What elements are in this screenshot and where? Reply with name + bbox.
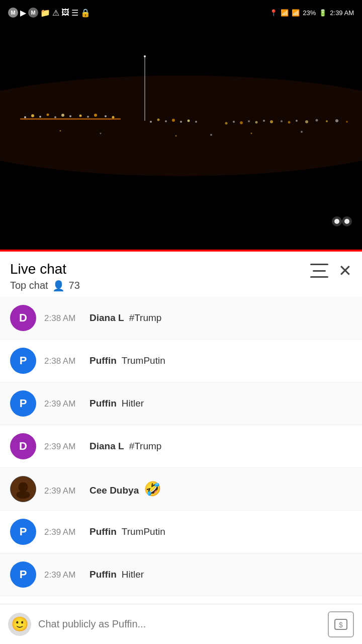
svg-point-7 xyxy=(54,116,56,118)
svg-point-17 xyxy=(150,121,152,123)
avatar: P xyxy=(10,561,36,588)
message-content: 2:39 AM Puffin TrumPutin xyxy=(44,526,352,537)
video-background xyxy=(0,25,362,252)
svg-point-44 xyxy=(301,131,303,133)
city-lights-svg xyxy=(0,25,362,252)
svg-point-11 xyxy=(87,116,89,118)
chat-input-bar: 🙂 $ xyxy=(0,604,362,644)
chat-message: D 2:38 AM Diana L #Trump xyxy=(0,297,362,340)
send-button[interactable]: $ xyxy=(328,611,354,637)
svg-point-50 xyxy=(18,482,28,492)
message-author: Cee Dubya xyxy=(89,485,139,496)
message-time: 2:38 AM xyxy=(44,313,84,324)
message-content: 2:38 AM Puffin TrumPutin xyxy=(44,355,352,366)
chat-text-input[interactable] xyxy=(38,612,321,636)
message-text: Hitler xyxy=(122,398,144,409)
icon-youtube: ▶ xyxy=(20,8,26,18)
svg-point-5 xyxy=(39,116,41,118)
svg-point-39 xyxy=(60,130,61,132)
svg-point-12 xyxy=(94,114,97,117)
svg-point-18 xyxy=(157,119,160,121)
avatar: P xyxy=(10,519,36,545)
viewer-icon: 👤 xyxy=(52,280,65,292)
status-indicators-right: 📍 📶 📶 23% 🔋 2:39 AM xyxy=(269,9,354,17)
signal-icon: 📶 xyxy=(292,9,300,17)
battery-percent: 23% xyxy=(303,9,316,17)
message-author: Puffin xyxy=(89,355,117,366)
svg-text:$: $ xyxy=(339,621,343,629)
svg-point-29 xyxy=(263,120,265,122)
eq-line-3 xyxy=(310,276,328,278)
message-content: 2:38 AM Diana L #Trump xyxy=(44,312,352,324)
status-icons-left: M ▶ M 📁 ⚠ 🖼 ☰ 🔒 xyxy=(8,8,90,18)
message-time: 2:39 AM xyxy=(44,527,84,537)
message-text: TrumPutin xyxy=(122,526,165,537)
message-author: Puffin xyxy=(89,569,117,580)
status-bar: M ▶ M 📁 ⚠ 🖼 ☰ 🔒 📍 📶 📶 23% 🔋 2:39 AM xyxy=(0,0,362,25)
message-emoji: 🤣 xyxy=(144,480,161,497)
message-time: 2:39 AM xyxy=(44,399,84,409)
message-time: 2:39 AM xyxy=(44,442,84,452)
icon-menu: ☰ xyxy=(71,8,78,18)
superchat-icon: $ xyxy=(334,617,348,631)
svg-point-40 xyxy=(100,133,102,134)
message-text: TrumPutin xyxy=(122,355,165,366)
message-time: 2:39 AM xyxy=(44,486,84,496)
message-author: Diana L xyxy=(89,312,124,324)
svg-point-33 xyxy=(296,120,298,122)
svg-point-23 xyxy=(195,121,197,123)
chat-message: P 2:38 AM Puffin TrumPutin xyxy=(0,340,362,382)
svg-point-38 xyxy=(346,121,348,123)
message-text: Hitler xyxy=(122,569,144,580)
svg-point-10 xyxy=(79,115,82,117)
message-author: Puffin xyxy=(89,526,117,537)
live-chat-panel: Live chat Top chat 👤 73 ✕ D 2:38 AM Dian… xyxy=(0,252,362,639)
svg-point-48 xyxy=(342,216,352,226)
svg-point-37 xyxy=(335,119,338,122)
message-content: 2:39 AM Cee Dubya 🤣 xyxy=(44,480,352,497)
chat-header: Live chat Top chat 👤 73 ✕ xyxy=(0,252,362,297)
avatar: P xyxy=(10,348,36,374)
svg-point-43 xyxy=(251,133,252,134)
avatar xyxy=(10,476,36,502)
svg-point-42 xyxy=(210,134,212,136)
battery-icon: 🔋 xyxy=(319,9,327,17)
message-text: #Trump xyxy=(129,312,162,324)
svg-point-1 xyxy=(0,75,362,176)
icon-m2: M xyxy=(28,8,38,18)
svg-point-36 xyxy=(326,120,328,122)
svg-point-19 xyxy=(165,120,167,122)
icon-lock: 🔒 xyxy=(80,8,90,18)
avatar: D xyxy=(10,305,36,331)
icon-folder: 📁 xyxy=(40,8,50,18)
filter-icon[interactable] xyxy=(310,264,328,278)
wifi-icon: 📶 xyxy=(281,9,289,17)
live-chat-title: Live chat xyxy=(10,261,80,278)
message-content: 2:39 AM Puffin Hitler xyxy=(44,569,352,580)
top-chat-label[interactable]: Top chat xyxy=(10,280,48,291)
eq-line-1 xyxy=(310,264,328,265)
svg-point-30 xyxy=(270,120,273,123)
avatar: D xyxy=(10,433,36,459)
video-player[interactable] xyxy=(0,25,362,252)
location-icon: 📍 xyxy=(269,9,278,17)
chat-message: P 2:39 AM Puffin TrumPutin xyxy=(0,511,362,553)
avatar: P xyxy=(10,390,36,417)
svg-point-31 xyxy=(281,120,283,122)
svg-point-9 xyxy=(69,115,71,117)
chat-messages-list: D 2:38 AM Diana L #Trump P 2:38 AM Puffi… xyxy=(0,297,362,639)
svg-point-27 xyxy=(248,120,250,122)
close-button[interactable]: ✕ xyxy=(338,263,352,279)
chat-header-subtitle: Top chat 👤 73 xyxy=(10,280,80,292)
message-time: 2:39 AM xyxy=(44,570,84,580)
svg-point-14 xyxy=(112,116,115,119)
eq-line-2 xyxy=(313,270,326,272)
svg-point-16 xyxy=(144,55,146,57)
clock: 2:39 AM xyxy=(330,9,354,17)
svg-point-32 xyxy=(288,121,291,124)
svg-point-34 xyxy=(305,120,308,123)
chat-message: D 2:39 AM Diana L #Trump xyxy=(0,425,362,468)
svg-point-13 xyxy=(105,115,107,117)
message-content: 2:39 AM Puffin Hitler xyxy=(44,398,352,409)
emoji-button[interactable]: 🙂 xyxy=(8,613,31,636)
